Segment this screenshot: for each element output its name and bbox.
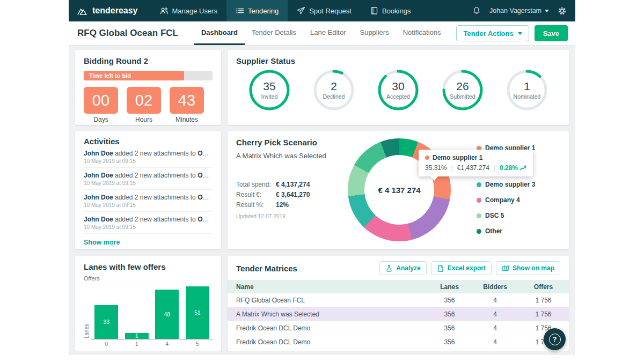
- header-actions: Tender Actions Save: [456, 25, 575, 41]
- supplier-status-title: Supplier Status: [236, 56, 560, 65]
- x-axis-ticks: 0 1 4 5: [91, 341, 213, 347]
- bid-progress-fill: Time left to bid: [84, 71, 184, 80]
- activity-item[interactable]: John Doe added 2 new attachments to Ocea…: [84, 212, 213, 234]
- table-row[interactable]: Fredrik Ocean DCL Demo35641 756: [228, 335, 569, 349]
- help-button[interactable]: ?: [544, 328, 566, 350]
- tab-suppliers[interactable]: Suppliers: [353, 21, 396, 45]
- left-column: Bidding Round 2 Time left to bid 00 Days…: [75, 50, 221, 351]
- excel-export-button[interactable]: Excel export: [431, 261, 492, 275]
- question-mark-icon: ?: [549, 334, 561, 345]
- bar: 33: [94, 305, 118, 339]
- status-ring-invited: 35Invited: [248, 69, 291, 112]
- countdown-value: 00: [84, 87, 118, 114]
- table-row[interactable]: Fredrik Ocean DCL Demo35641 756: [228, 321, 569, 335]
- tender-matrices-table: Name Lanes Bidders Offers RFQ Global Oce…: [228, 280, 569, 351]
- nav-item-tendering[interactable]: Tendering: [226, 0, 288, 21]
- show-more-link[interactable]: Show more: [84, 239, 120, 246]
- chevron-down-icon: [545, 10, 549, 12]
- activity-text: John Doe added 2 new attachments to Ocea…: [84, 194, 213, 201]
- activity-text: John Doe added 2 new attachments to Ocea…: [84, 216, 213, 223]
- tab-notifications[interactable]: Notifications: [396, 21, 448, 45]
- column-header-name: Name: [228, 283, 427, 291]
- stat-label: Result %:: [236, 201, 276, 209]
- legend-dot: [477, 182, 481, 187]
- nav-items: Manage Users Tendering Spot Request Book…: [151, 0, 420, 21]
- bid-progress-label: Time left to bid: [89, 72, 131, 79]
- ring-label: Nominated: [514, 93, 541, 100]
- ring-value: 1: [524, 80, 530, 92]
- analyze-button[interactable]: Analyze: [379, 261, 426, 275]
- series-label: Offers: [84, 275, 213, 282]
- countdown-value: 43: [170, 87, 204, 114]
- ring-label: Submitted: [450, 93, 475, 100]
- x-tick: 1: [125, 341, 149, 347]
- brand-name: tendereasy: [92, 6, 138, 16]
- gear-icon[interactable]: [558, 6, 567, 16]
- legend-dot: [477, 198, 481, 203]
- bars: 33 1 48 51: [91, 284, 213, 339]
- divider: |: [494, 164, 495, 172]
- x-tick: 4: [155, 341, 179, 347]
- ring-value: 30: [392, 80, 404, 92]
- user-name: Johan Vagerstam: [489, 7, 541, 14]
- status-ring-nominated: 1Nominated: [506, 69, 548, 112]
- countdown-unit: Hours: [127, 116, 161, 123]
- tab-tender-details[interactable]: Tender Details: [245, 21, 303, 45]
- matrices-buttons: Analyze Excel export Show on map: [379, 261, 560, 275]
- stat-value: 12%: [276, 201, 289, 209]
- tender-actions-label: Tender Actions: [463, 29, 513, 38]
- nav-item-bookings[interactable]: Bookings: [361, 0, 420, 21]
- app-window: tendereasy Manage Users Tendering Spot R…: [69, 0, 575, 355]
- nav-item-manage-users[interactable]: Manage Users: [151, 0, 227, 21]
- activities-card: Activities John Doe added 2 new attachme…: [75, 131, 221, 249]
- tab-dashboard[interactable]: Dashboard: [194, 21, 245, 45]
- flask-icon: [385, 264, 393, 272]
- show-on-map-button[interactable]: Show on map: [496, 261, 560, 275]
- bidding-round-card: Bidding Round 2 Time left to bid 00 Days…: [75, 50, 221, 125]
- brand-logo-icon: [76, 6, 88, 16]
- activity-item[interactable]: John Doe added 2 new attachments to Ocea…: [84, 190, 213, 212]
- status-rings: 35Invited 2Declined 30Accepted 26Submitt…: [236, 65, 560, 112]
- countdown-unit: Days: [84, 116, 118, 123]
- tender-actions-button[interactable]: Tender Actions: [456, 25, 529, 41]
- dashboard-content: Bidding Round 2 Time left to bid 00 Days…: [69, 46, 575, 351]
- map-icon: [502, 264, 509, 272]
- tooltip-delta: 0.28%: [500, 164, 526, 172]
- table-row[interactable]: A Matrix Which was Selected35641 756: [228, 307, 569, 321]
- ring-value: 2: [331, 80, 337, 92]
- trend-up-icon: [519, 165, 526, 171]
- user-menu[interactable]: Johan Vagerstam: [489, 7, 549, 14]
- activity-item[interactable]: John Doe added 2 new attachments to Ocea…: [84, 168, 213, 190]
- countdown-value: 02: [127, 87, 161, 114]
- activity-item[interactable]: John Doe added 2 new attachments to Ocea…: [84, 146, 213, 168]
- legend-item[interactable]: Demo supplier 3: [477, 181, 535, 188]
- users-icon: [160, 6, 169, 15]
- activity-time: 10 May 2019 at 09:15: [84, 202, 213, 208]
- nav-item-spot-request[interactable]: Spot Request: [288, 0, 361, 21]
- brand[interactable]: tendereasy: [69, 0, 145, 21]
- stat-label: Result €:: [236, 191, 276, 198]
- page-header: RFQ Global Ocean FCL Dashboard Tender De…: [69, 21, 575, 46]
- tender-matrices-card: Tender Matrices Analyze Excel export: [228, 256, 569, 351]
- legend-item[interactable]: DSC 5: [477, 212, 504, 219]
- nav-item-label: Spot Request: [309, 7, 352, 15]
- bell-icon[interactable]: [472, 6, 481, 15]
- stat-label: Total spend:: [236, 181, 276, 188]
- tabs: Dashboard Tender Details Lane Editor Sup…: [194, 21, 448, 45]
- legend-item[interactable]: Other: [477, 227, 502, 235]
- save-button[interactable]: Save: [535, 25, 568, 41]
- plot-area: 33 1 48 51 0 1 4 5: [91, 284, 213, 347]
- bar-chart: Lanes 33 1 48 51 0 1 4 5: [84, 284, 213, 347]
- table-row[interactable]: Fredrik Ocean DCL Demo35641 756: [228, 349, 569, 351]
- send-icon: [297, 6, 305, 15]
- legend-item[interactable]: Company 4: [477, 196, 520, 204]
- table-row[interactable]: RFQ Global Ocean FCL35641 756: [228, 293, 569, 307]
- bar: 51: [186, 286, 209, 339]
- column-header-bidders: Bidders: [472, 283, 518, 291]
- supplier-status-card: Supplier Status 35Invited 2Declined 30Ac…: [228, 50, 569, 125]
- ring-value: 35: [263, 80, 275, 92]
- legend-dot: [477, 229, 481, 234]
- countdown-days: 00 Days: [84, 87, 118, 123]
- cherry-pick-stats: Total spend:€ 4,137,274 Result €:€ 3,641…: [236, 181, 310, 219]
- tab-lane-editor[interactable]: Lane Editor: [303, 21, 353, 45]
